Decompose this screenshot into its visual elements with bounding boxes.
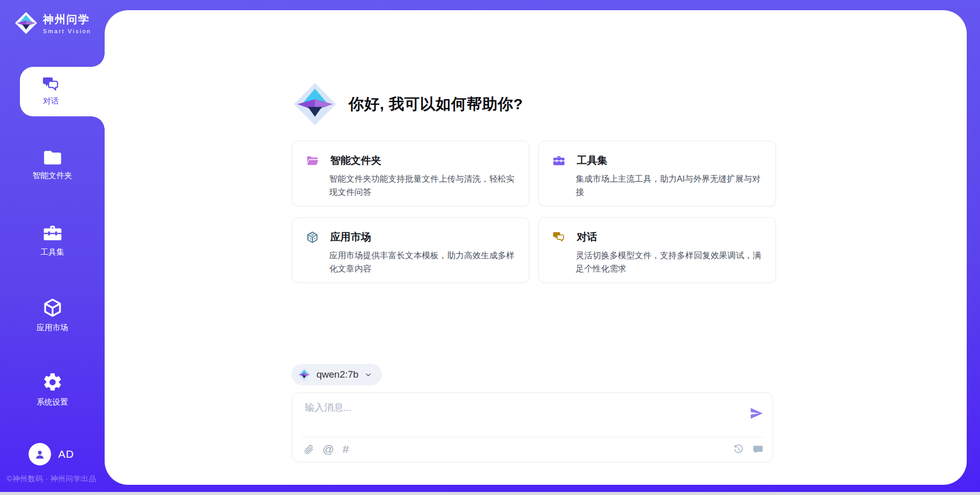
avatar bbox=[29, 443, 51, 465]
chat-bubble-icon[interactable] bbox=[752, 444, 764, 455]
card-title: 工具集 bbox=[577, 154, 607, 167]
card-title: 应用市场 bbox=[330, 230, 371, 244]
main-panel: 你好, 我可以如何帮助你? 智能文件夹 智能文件夹功能支持批量文件上传与清洗，轻… bbox=[105, 10, 967, 485]
model-selector[interactable]: qwen2:7b bbox=[291, 364, 382, 385]
sidebar-item-smart-folder[interactable]: 智能文件夹 bbox=[0, 149, 105, 181]
composer-divider bbox=[301, 437, 765, 437]
brand-diamond-icon bbox=[14, 11, 38, 35]
card-smart-folder[interactable]: 智能文件夹 智能文件夹功能支持批量文件上传与清洗，轻松实现文件问答 bbox=[292, 141, 529, 206]
sidebar-item-app-market[interactable]: 应用市场 bbox=[0, 297, 105, 333]
composer-toolbar-left: @ # bbox=[304, 444, 349, 455]
history-icon[interactable] bbox=[733, 444, 744, 455]
user-profile[interactable]: AD bbox=[29, 443, 74, 465]
cube-icon bbox=[42, 297, 63, 318]
composer-toolbar-right bbox=[733, 444, 764, 455]
toolbox-icon bbox=[552, 155, 566, 167]
mention-icon[interactable]: @ bbox=[323, 444, 334, 455]
sidebar-item-label: 智能文件夹 bbox=[33, 170, 72, 181]
gear-icon bbox=[42, 372, 63, 393]
greeting-title: 你好, 我可以如何帮助你? bbox=[349, 94, 523, 115]
cube-grid-icon bbox=[306, 231, 319, 244]
feature-cards: 智能文件夹 智能文件夹功能支持批量文件上传与清洗，轻松实现文件问答 工具集 集成… bbox=[292, 141, 776, 283]
card-description: 智能文件夹功能支持批量文件上传与清洗，轻松实现文件问答 bbox=[329, 172, 516, 199]
greeting-section: 你好, 我可以如何帮助你? bbox=[292, 82, 523, 127]
brand-title: 神州问学 bbox=[43, 12, 91, 27]
sidebar-item-chat[interactable]: 对话 bbox=[20, 67, 105, 116]
copyright-text: ©神州数码 · 神州问学出品 bbox=[7, 474, 96, 484]
paperclip-icon[interactable] bbox=[304, 444, 314, 455]
sidebar-item-settings[interactable]: 系统设置 bbox=[0, 372, 105, 408]
card-toolset[interactable]: 工具集 集成市场上主流工具，助力AI与外界无缝扩展与对接 bbox=[538, 141, 776, 206]
sidebar-item-toolset[interactable]: 工具集 bbox=[0, 224, 105, 258]
brand-diamond-icon bbox=[292, 82, 337, 127]
sidebar: 神州问学 Smart Vision 对话 智能文件夹 bbox=[0, 0, 105, 495]
model-name: qwen2:7b bbox=[316, 369, 358, 380]
card-title: 智能文件夹 bbox=[330, 154, 381, 167]
card-description: 集成市场上主流工具，助力AI与外界无缝扩展与对接 bbox=[576, 172, 762, 199]
brand-subtitle: Smart Vision bbox=[43, 28, 91, 34]
send-icon[interactable] bbox=[749, 406, 764, 420]
folder-icon bbox=[42, 149, 63, 166]
card-description: 应用市场提供丰富长文本模板，助力高效生成多样化文章内容 bbox=[329, 249, 516, 276]
hashtag-icon[interactable]: # bbox=[342, 444, 349, 455]
sidebar-item-label: 系统设置 bbox=[37, 397, 68, 408]
toolbox-icon bbox=[42, 224, 63, 243]
window-bottom-edge bbox=[0, 492, 980, 495]
chevron-down-icon bbox=[364, 370, 373, 379]
user-name: AD bbox=[58, 448, 74, 460]
card-description: 灵活切换多模型文件，支持多样回复效果调试，满足个性化需求 bbox=[576, 249, 762, 276]
card-title: 对话 bbox=[577, 230, 597, 244]
message-composer: @ # bbox=[292, 392, 773, 462]
folder-open-icon bbox=[306, 155, 319, 167]
card-app-market[interactable]: 应用市场 应用市场提供丰富长文本模板，助力高效生成多样化文章内容 bbox=[292, 217, 529, 283]
brand-diamond-icon bbox=[298, 368, 311, 381]
sidebar-item-label: 应用市场 bbox=[37, 323, 68, 333]
sidebar-item-label: 对话 bbox=[43, 96, 59, 107]
chat-bubbles-icon bbox=[552, 231, 566, 243]
message-input[interactable] bbox=[304, 400, 734, 434]
brand-logo: 神州问学 Smart Vision bbox=[14, 11, 91, 35]
person-icon bbox=[33, 448, 46, 461]
sidebar-item-label: 工具集 bbox=[40, 247, 64, 258]
card-chat[interactable]: 对话 灵活切换多模型文件，支持多样回复效果调试，满足个性化需求 bbox=[538, 217, 776, 283]
chat-bubbles-icon bbox=[42, 77, 60, 92]
